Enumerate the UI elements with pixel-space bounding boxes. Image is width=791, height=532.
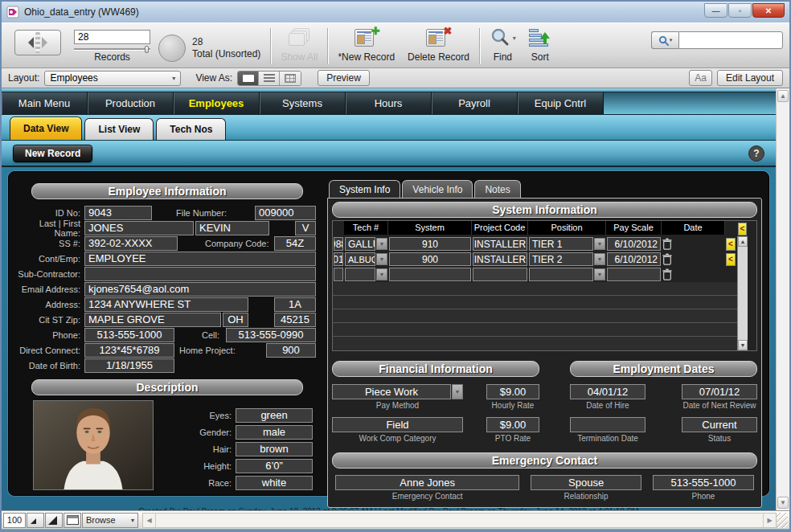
- scroll-right-icon[interactable]: ▶: [763, 514, 776, 527]
- sort-button[interactable]: Sort: [523, 25, 558, 68]
- resize-grip[interactable]: [777, 513, 788, 528]
- edit-layout-button[interactable]: Edit Layout: [717, 70, 783, 86]
- system-dropdown-icon[interactable]: ▼: [376, 253, 387, 265]
- id-no-field[interactable]: 9043: [84, 206, 152, 220]
- tab-production[interactable]: Production: [88, 92, 174, 114]
- minimize-button[interactable]: —: [704, 3, 727, 18]
- ss-field[interactable]: 392-02-XXXX: [84, 236, 178, 251]
- scroll-up-icon[interactable]: ▲: [777, 90, 789, 102]
- employee-photo[interactable]: [33, 400, 154, 490]
- pay-scale-field[interactable]: [529, 268, 593, 281]
- pay-scale-dropdown-icon[interactable]: ▼: [594, 238, 605, 250]
- quick-find-scope-button[interactable]: ▾: [651, 31, 678, 49]
- pto-rate-field[interactable]: $9.00: [486, 417, 539, 432]
- city-field[interactable]: MAPLE GROVE: [84, 313, 221, 327]
- pay-scale-field[interactable]: TIER 1: [529, 237, 593, 251]
- position-field[interactable]: INSTALLER: [473, 237, 527, 251]
- cell-field[interactable]: 513-555-0990: [226, 328, 316, 342]
- delete-row-icon[interactable]: [662, 268, 672, 280]
- tab-payroll[interactable]: Payroll: [432, 92, 518, 114]
- next-review-field[interactable]: 07/01/12: [682, 384, 757, 399]
- first-name-field[interactable]: KEVIN: [195, 221, 269, 235]
- horizontal-scrollbar[interactable]: ◀ ▶: [142, 513, 777, 528]
- system-dropdown-icon[interactable]: ▼: [376, 238, 387, 250]
- sub-contractor-field[interactable]: [84, 267, 316, 281]
- email-field[interactable]: kjones7654@aol.com: [84, 282, 316, 297]
- scroll-up-icon[interactable]: ▲: [738, 236, 748, 247]
- system-field[interactable]: GALLUP: [345, 237, 375, 251]
- tech-number-field[interactable]: 988: [334, 237, 343, 251]
- slider-thumb[interactable]: [145, 46, 149, 53]
- help-button[interactable]: ?: [748, 145, 764, 162]
- position-field[interactable]: [473, 268, 527, 281]
- close-button[interactable]: ✕: [752, 3, 785, 18]
- zip-field[interactable]: 45215: [274, 313, 316, 327]
- mode-select[interactable]: Browse ▾: [82, 513, 138, 528]
- tab-systems[interactable]: Systems: [260, 92, 346, 114]
- quick-find-input[interactable]: [678, 31, 783, 49]
- project-code-field[interactable]: [389, 268, 471, 281]
- date-field[interactable]: 6/10/2012: [607, 237, 661, 251]
- status-field[interactable]: Current: [682, 417, 757, 432]
- view-as-list-button[interactable]: [259, 72, 280, 85]
- system-dropdown-icon[interactable]: ▼: [376, 268, 387, 280]
- tab-equip-cntrl[interactable]: Equip Cntrl: [518, 92, 604, 114]
- pay-method-dropdown-icon[interactable]: ▼: [452, 384, 463, 399]
- toggle-status-toolbar-button[interactable]: [64, 513, 81, 528]
- current-record-input[interactable]: [74, 30, 150, 44]
- date-field[interactable]: [607, 268, 661, 281]
- record-slider[interactable]: [74, 46, 150, 51]
- last-name-field[interactable]: JONES: [84, 221, 194, 235]
- pay-scale-dropdown-icon[interactable]: ▼: [594, 268, 605, 280]
- date-of-hire-field[interactable]: 04/01/12: [570, 384, 646, 399]
- address-field[interactable]: 1234 ANYWHERE ST: [84, 297, 248, 312]
- eyes-field[interactable]: green: [236, 408, 313, 423]
- tab-employees[interactable]: Employees: [174, 92, 260, 114]
- tab-notes[interactable]: Notes: [474, 180, 520, 198]
- tab-list-view[interactable]: List View: [84, 118, 154, 140]
- delete-row-icon[interactable]: [662, 238, 672, 250]
- tab-tech-nos[interactable]: Tech Nos: [156, 118, 226, 140]
- tab-main-menu[interactable]: Main Menu: [2, 92, 88, 114]
- hourly-rate-field[interactable]: $9.00: [486, 384, 539, 399]
- vertical-scrollbar[interactable]: ▲ ▼: [776, 88, 789, 510]
- maximize-button[interactable]: ▫: [728, 3, 752, 18]
- race-field[interactable]: white: [236, 476, 313, 490]
- layout-select[interactable]: Employees ▾: [44, 71, 181, 86]
- text-formatting-button[interactable]: Aa: [689, 70, 712, 86]
- height-field[interactable]: 6’0”: [236, 459, 313, 473]
- delete-row-icon[interactable]: [662, 253, 672, 265]
- tab-vehicle-info[interactable]: Vehicle Info: [402, 180, 473, 198]
- preview-button[interactable]: Preview: [318, 70, 370, 86]
- project-code-field[interactable]: 900: [389, 252, 471, 266]
- scroll-left-icon[interactable]: ◀: [143, 514, 156, 527]
- system-field[interactable]: ALBUQUERQUE: [345, 252, 375, 266]
- row-go-button[interactable]: <: [726, 238, 736, 251]
- delete-record-button[interactable]: ✖ Delete Record: [401, 25, 476, 68]
- tech-number-field[interactable]: [334, 268, 343, 281]
- view-as-form-button[interactable]: [238, 72, 259, 85]
- relationship-field[interactable]: Spouse: [531, 475, 641, 490]
- find-dropdown-caret-icon[interactable]: ▾: [513, 35, 516, 42]
- system-field[interactable]: [345, 268, 375, 281]
- pay-method-field[interactable]: Piece Work: [332, 384, 451, 399]
- work-comp-field[interactable]: Field: [332, 417, 463, 432]
- show-all-button[interactable]: Show All: [274, 25, 324, 68]
- middle-initial-field[interactable]: V: [295, 221, 316, 235]
- find-button[interactable]: ▾ Find: [483, 25, 523, 68]
- tab-data-view[interactable]: Data View: [10, 117, 82, 140]
- address-unit-field[interactable]: 1A: [274, 297, 316, 312]
- table-scrollbar[interactable]: ▲ ▼: [737, 236, 748, 350]
- phone-field[interactable]: 513-555-1000: [84, 328, 174, 342]
- dob-field[interactable]: 1/18/1955: [84, 358, 174, 373]
- new-record-button[interactable]: New Record: [13, 145, 92, 162]
- tech-number-field[interactable]: 1012: [334, 252, 343, 266]
- hair-field[interactable]: brown: [236, 442, 313, 456]
- zoom-in-button[interactable]: [45, 513, 63, 528]
- scroll-down-icon[interactable]: ▼: [738, 340, 748, 350]
- row-go-button[interactable]: <: [738, 223, 747, 235]
- row-go-button[interactable]: <: [726, 253, 736, 266]
- file-number-field[interactable]: 009000: [255, 206, 316, 220]
- date-field[interactable]: 6/10/2012: [607, 252, 661, 266]
- state-field[interactable]: OH: [223, 313, 248, 327]
